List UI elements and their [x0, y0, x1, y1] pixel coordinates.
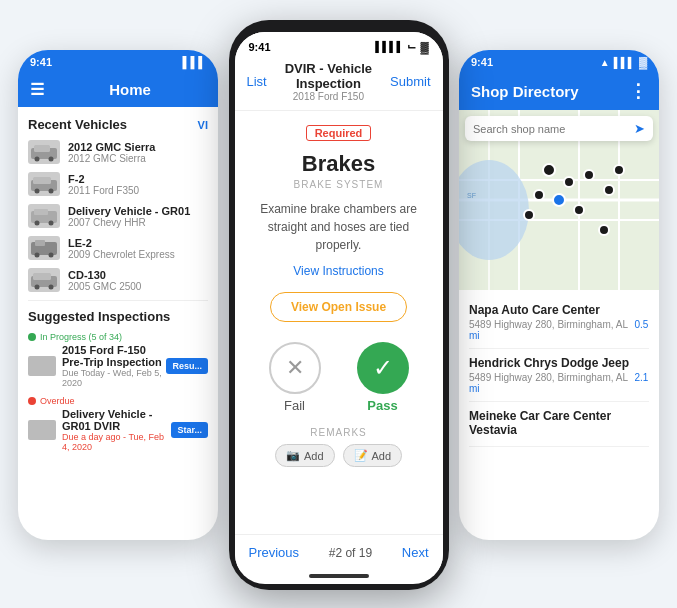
submit-button[interactable]: Submit — [390, 74, 430, 89]
left-nav-bar: ☰ Home — [18, 72, 218, 107]
center-phone: 9:41 ▌▌▌▌ ⌙ ▓ List DVIR - Vehicle Inspec… — [229, 20, 449, 590]
svg-text:SF: SF — [467, 192, 476, 199]
component-title: Brakes — [302, 151, 375, 177]
vehicle-sub: 2009 Chevrolet Express — [68, 249, 175, 260]
previous-button[interactable]: Previous — [249, 545, 300, 560]
svg-rect-1 — [34, 145, 50, 152]
shop-item[interactable]: Hendrick Chrys Dodge Jeep 5489 Highway 2… — [469, 349, 649, 402]
center-bottom-nav: Previous #2 of 19 Next — [235, 534, 443, 570]
pass-button[interactable]: ✓ Pass — [357, 342, 409, 413]
left-time: 9:41 — [30, 56, 52, 68]
component-description: Examine brake chambers are straight and … — [251, 200, 427, 254]
vehicle-info: F-2 2011 Ford F350 — [68, 173, 139, 196]
inspection-text: Delivery Vehicle - GR01 DVIR Due a day a… — [62, 408, 171, 452]
note-icon: 📝 — [354, 449, 368, 462]
shop-address: 5489 Highway 280, Birmingham, AL 0.5 mi — [469, 319, 649, 341]
svg-point-2 — [35, 157, 40, 162]
remarks-section: REMARKS 📷 Add 📝 Add — [251, 427, 427, 467]
vehicle-info: CD-130 2005 GMC 2500 — [68, 269, 141, 292]
inspection-status-label: In Progress (5 of 34) — [40, 332, 122, 342]
svg-point-14 — [35, 253, 40, 258]
svg-point-31 — [564, 177, 574, 187]
svg-point-19 — [49, 285, 54, 290]
suggested-label: Suggested Inspections — [28, 309, 208, 324]
svg-point-7 — [49, 189, 54, 194]
svg-point-6 — [35, 189, 40, 194]
vehicle-sub: 2007 Chevy HHR — [68, 217, 190, 228]
nav-main-title: DVIR - Vehicle Inspection — [267, 61, 390, 91]
svg-rect-17 — [33, 273, 51, 280]
list-button[interactable]: List — [247, 74, 267, 89]
left-phone: 9:41 ▌▌▌ ☰ Home Recent Vehicles VI 2012 … — [18, 50, 218, 540]
right-signal-icon: ▌▌▌ — [614, 57, 635, 68]
svg-point-32 — [584, 170, 594, 180]
nav-subtitle: 2018 Ford F150 — [267, 91, 390, 102]
svg-point-30 — [543, 164, 555, 176]
inspection-name: 2015 Ford F-150 Pre-Trip Inspection — [62, 344, 166, 368]
shop-search-bar[interactable]: ➤ — [465, 116, 653, 141]
home-indicator — [309, 574, 369, 578]
vehicle-sub: 2012 GMC Sierra — [68, 153, 155, 164]
page-indicator: #2 of 19 — [329, 546, 372, 560]
remarks-label: REMARKS — [251, 427, 427, 438]
shop-item[interactable]: Meineke Car Care Center Vestavia — [469, 402, 649, 447]
next-button[interactable]: Next — [402, 545, 429, 560]
resume-button[interactable]: Resu... — [166, 358, 208, 374]
open-issue-button[interactable]: View Open Issue — [270, 292, 407, 322]
shop-address-text: 5489 Highway 280, Birmingham, AL — [469, 319, 628, 330]
vehicle-thumb — [28, 268, 60, 292]
start-button[interactable]: Star... — [171, 422, 208, 438]
pass-fail-row: ✕ Fail ✓ Pass — [251, 342, 427, 413]
shop-item[interactable]: Napa Auto Care Center 5489 Highway 280, … — [469, 296, 649, 349]
vehicle-name: 2012 GMC Sierra — [68, 141, 155, 153]
vehicle-thumb — [28, 172, 60, 196]
inspection-item[interactable]: Overdue Delivery Vehicle - GR01 DVIR Due… — [28, 396, 208, 452]
add-photo-button[interactable]: 📷 Add — [275, 444, 335, 467]
vehicle-item[interactable]: CD-130 2005 GMC 2500 — [28, 268, 208, 292]
center-phone-inner: 9:41 ▌▌▌▌ ⌙ ▓ List DVIR - Vehicle Inspec… — [235, 32, 443, 584]
vehicle-info: LE-2 2009 Chevrolet Express — [68, 237, 175, 260]
inspection-due: Due Today - Wed, Feb 5, 2020 — [62, 368, 166, 388]
see-all-link[interactable]: VI — [198, 119, 208, 131]
inspection-item[interactable]: In Progress (5 of 34) 2015 Ford F-150 Pr… — [28, 332, 208, 388]
vehicle-sub: 2005 GMC 2500 — [68, 281, 141, 292]
center-content: Required Brakes BRAKE SYSTEM Examine bra… — [235, 111, 443, 534]
shop-name: Meineke Car Care Center Vestavia — [469, 409, 649, 437]
vehicle-thumb — [28, 204, 60, 228]
right-phone: 9:41 ▲ ▌▌▌ ▓ Shop Directory ⋮ ➤ SF — [459, 50, 659, 540]
shop-address-text: 5489 Highway 280, Birmingham, AL — [469, 372, 628, 383]
vehicle-name: Delivery Vehicle - GR01 — [68, 205, 190, 217]
left-signal: ▌▌▌ — [183, 56, 206, 68]
right-battery-icon: ▓ — [639, 56, 647, 68]
fail-label: Fail — [284, 398, 305, 413]
vehicle-item[interactable]: Delivery Vehicle - GR01 2007 Chevy HHR — [28, 204, 208, 228]
right-status-bar: 9:41 ▲ ▌▌▌ ▓ — [459, 50, 659, 72]
required-badge: Required — [306, 125, 372, 141]
fail-button[interactable]: ✕ Fail — [269, 342, 321, 413]
vehicle-item[interactable]: 2012 GMC Sierra 2012 GMC Sierra — [28, 140, 208, 164]
vehicle-item[interactable]: F-2 2011 Ford F350 — [28, 172, 208, 196]
shop-search-input[interactable] — [473, 123, 634, 135]
right-nav-bar: Shop Directory ⋮ — [459, 72, 659, 110]
fail-circle: ✕ — [269, 342, 321, 394]
center-status-icons: ▌▌▌▌ ⌙ ▓ — [375, 40, 428, 53]
vehicle-item[interactable]: LE-2 2009 Chevrolet Express — [28, 236, 208, 260]
svg-point-37 — [599, 225, 609, 235]
pass-label: Pass — [367, 398, 397, 413]
inspection-info: Delivery Vehicle - GR01 DVIR Due a day a… — [28, 408, 171, 452]
left-status-bar: 9:41 ▌▌▌ — [18, 50, 218, 72]
map-area[interactable]: ➤ SF — [459, 110, 659, 290]
vehicle-name: CD-130 — [68, 269, 141, 281]
add-note-button[interactable]: 📝 Add — [343, 444, 403, 467]
menu-icon[interactable]: ☰ — [30, 80, 44, 99]
add-note-label: Add — [372, 450, 392, 462]
vehicle-sub: 2011 Ford F350 — [68, 185, 139, 196]
inspection-status-label: Overdue — [40, 396, 75, 406]
more-icon[interactable]: ⋮ — [629, 80, 647, 102]
vehicle-name: F-2 — [68, 173, 139, 185]
svg-point-34 — [553, 194, 565, 206]
view-instructions-link[interactable]: View Instructions — [293, 264, 384, 278]
svg-point-11 — [49, 221, 54, 226]
inspection-row: Delivery Vehicle - GR01 DVIR Due a day a… — [28, 408, 208, 452]
status-dot-green — [28, 333, 36, 341]
